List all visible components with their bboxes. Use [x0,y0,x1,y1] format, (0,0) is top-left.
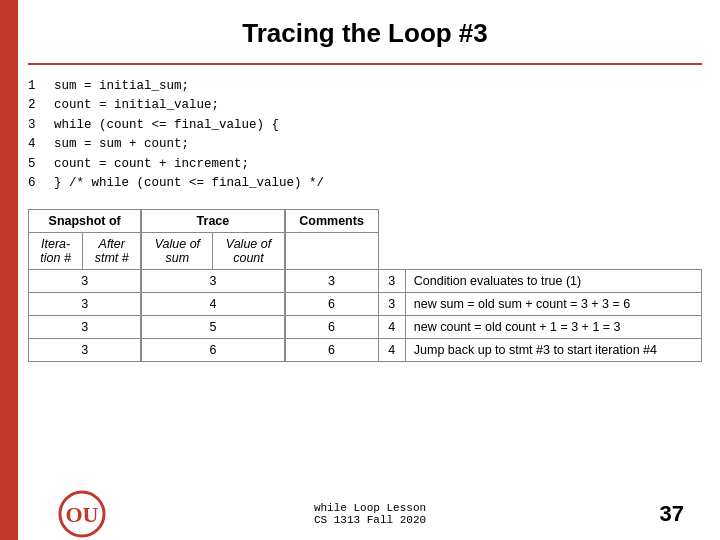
line-num-4: 4 [28,135,46,154]
cell-sum: 6 [285,339,378,362]
code-text-4: sum = sum + count; [54,135,189,154]
cell-iter: 3 [29,293,142,316]
comments-header: Comments [285,210,378,233]
code-line-6: 6 } /* while (count <= final_value) */ [28,174,702,193]
cell-sum: 3 [285,270,378,293]
footer: OU while Loop Lesson CS 1313 Fall 2020 3… [56,502,684,526]
cell-comment: Jump back up to stmt #3 to start iterati… [405,339,701,362]
table-row: 3463new sum = old sum + count = 3 + 3 = … [29,293,702,316]
code-line-1: 1 sum = initial_sum; [28,77,702,96]
code-text-6: } /* while (count <= final_value) */ [54,174,324,193]
cell-sum: 6 [285,316,378,339]
cell-iter: 3 [29,316,142,339]
comments-subheader-empty [285,233,378,270]
cell-count: 4 [378,339,405,362]
cell-sum: 6 [285,293,378,316]
cell-stmt: 4 [141,293,284,316]
line-num-2: 2 [28,96,46,115]
table-row: 3333Condition evaluates to true (1) [29,270,702,293]
cell-iter: 3 [29,339,142,362]
cell-count: 3 [378,293,405,316]
code-line-3: 3 while (count <= final_value) { [28,116,702,135]
code-line-5: 5 count = count + increment; [28,155,702,174]
code-text-2: count = initial_value; [54,96,219,115]
trace-header: Trace [141,210,284,233]
code-text-3: while (count <= final_value) { [54,116,279,135]
page-number: 37 [660,501,684,527]
cell-iter: 3 [29,270,142,293]
code-line-4: 4 sum = sum + count; [28,135,702,154]
footer-text: while Loop Lesson CS 1313 Fall 2020 [314,502,426,526]
page-title: Tracing the Loop #3 [28,18,702,49]
code-text-5: count = count + increment; [54,155,249,174]
vsum-subheader: Value ofsum [141,233,213,270]
cell-count: 4 [378,316,405,339]
line-num-1: 1 [28,77,46,96]
trace-table: Snapshot of Trace Comments Itera-tion # … [28,209,702,362]
ou-logo: OU [56,488,108,540]
cell-count: 3 [378,270,405,293]
code-text-1: sum = initial_sum; [54,77,189,96]
footer-line2: CS 1313 Fall 2020 [314,514,426,526]
cell-stmt: 6 [141,339,284,362]
code-line-2: 2 count = initial_value; [28,96,702,115]
table-row: 3564new count = old count + 1 = 3 + 1 = … [29,316,702,339]
iter-subheader: Itera-tion # [29,233,83,270]
vcount-subheader: Value ofcount [213,233,285,270]
line-num-6: 6 [28,174,46,193]
svg-text:OU: OU [66,502,99,527]
footer-line1: while Loop Lesson [314,502,426,514]
stmt-subheader: Afterstmt # [83,233,142,270]
cell-comment: new count = old count + 1 = 3 + 1 = 3 [405,316,701,339]
left-accent-bar [0,0,18,540]
line-num-3: 3 [28,116,46,135]
code-block: 1 sum = initial_sum; 2 count = initial_v… [28,77,702,193]
snapshot-header: Snapshot of [29,210,142,233]
cell-stmt: 5 [141,316,284,339]
cell-stmt: 3 [141,270,284,293]
line-num-5: 5 [28,155,46,174]
title-divider [28,63,702,65]
table-row: 3664Jump back up to stmt #3 to start ite… [29,339,702,362]
cell-comment: Condition evaluates to true (1) [405,270,701,293]
cell-comment: new sum = old sum + count = 3 + 3 = 6 [405,293,701,316]
